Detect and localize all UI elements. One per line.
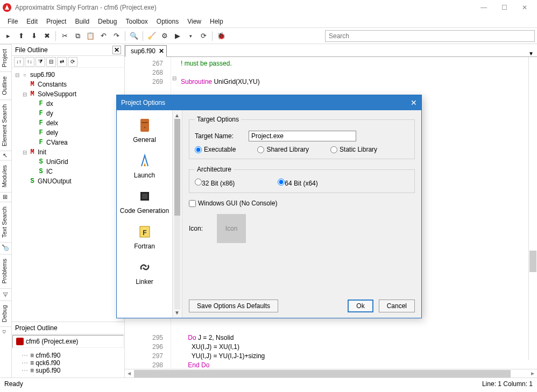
sidetab-debug[interactable]: Debug: [0, 300, 11, 326]
module-icon: M: [28, 90, 37, 98]
icon-picker[interactable]: Icon: [217, 214, 246, 243]
radio-shared-library[interactable]: Shared Library: [257, 146, 309, 153]
menu-options[interactable]: Options: [152, 16, 183, 27]
svg-rect-1: [140, 119, 149, 132]
sidetab-problems-icon[interactable]: ⚠: [0, 288, 11, 300]
radio-static-library[interactable]: Static Library: [330, 146, 377, 153]
search-input[interactable]: [325, 30, 535, 42]
menu-help[interactable]: Help: [206, 16, 228, 27]
radio-executable[interactable]: Executable: [195, 146, 236, 153]
settings-icon[interactable]: ⚙: [159, 30, 171, 42]
svg-point-3: [144, 127, 145, 129]
menu-toolbox[interactable]: Toolbox: [121, 16, 152, 27]
tree-node-solvesupport[interactable]: ⊟M SolveSupport: [14, 89, 122, 99]
delete-icon[interactable]: ✖: [41, 30, 53, 42]
scroll-down-icon[interactable]: ▼: [174, 310, 180, 316]
redo-icon[interactable]: ↷: [110, 30, 122, 42]
tree-node-dely[interactable]: F dely: [14, 128, 122, 138]
editor-horizontal-scrollbar[interactable]: ◂ ▸: [125, 369, 537, 377]
dialog-cat-fortran[interactable]: F Fortran: [117, 220, 172, 255]
open-icon[interactable]: ⬆: [15, 30, 27, 42]
dialog-close-icon[interactable]: ✕: [411, 98, 417, 107]
menu-view[interactable]: View: [183, 16, 206, 27]
project-file-0[interactable]: ⋯≡ cfm6.f90: [15, 352, 121, 359]
run-icon[interactable]: ▶: [172, 30, 183, 42]
copy-icon[interactable]: ⧉: [72, 30, 83, 42]
undo-icon[interactable]: ↶: [97, 30, 109, 42]
left-side-tabs: Project Outline Element Search ↗ Modules…: [0, 44, 12, 377]
tree-node-init[interactable]: ⊟M Init: [14, 147, 122, 157]
sidetab-problems[interactable]: Problems: [0, 254, 11, 288]
tree-node-gnuoutput[interactable]: S GNUOutput: [14, 176, 122, 186]
project-outline-project[interactable]: cfm6 (Project.exe): [12, 335, 124, 348]
project-file-1[interactable]: ⋯≡ qck6.f90: [15, 359, 121, 367]
sort-asc-icon[interactable]: ↓↑: [14, 57, 24, 67]
sidetab-text-search-icon[interactable]: 🔍: [0, 242, 11, 254]
scroll-up-icon[interactable]: ▲: [174, 112, 180, 118]
file-outline-close-icon[interactable]: ✕: [112, 46, 121, 54]
menu-bar: File Edit Project Build Debug Toolbox Op…: [0, 15, 537, 28]
filter-icon[interactable]: ⧩: [36, 57, 45, 67]
run-dropdown-icon[interactable]: ▾: [185, 30, 196, 42]
minimize-button[interactable]: —: [479, 4, 489, 11]
tree-root[interactable]: ⊟≡ sup6.f90: [14, 70, 122, 80]
menu-debug[interactable]: Debug: [94, 16, 121, 27]
title-bar: Approximatrix Simply Fortran - cfm6 (Pro…: [0, 0, 537, 15]
tree-node-dx[interactable]: F dx: [14, 99, 122, 109]
file-icon: ≡: [30, 352, 34, 359]
sidetab-project[interactable]: Project: [0, 44, 11, 72]
menu-file[interactable]: File: [3, 16, 22, 27]
close-button[interactable]: ✕: [520, 4, 529, 11]
tree-node-dy[interactable]: F dy: [14, 109, 122, 118]
sidetab-element-search-icon[interactable]: ↗: [0, 151, 11, 160]
status-right: Line: 1 Column: 1: [482, 380, 533, 388]
save-icon[interactable]: ⬇: [28, 30, 40, 42]
dialog-cat-general[interactable]: General: [117, 113, 172, 149]
paste-icon[interactable]: 📋: [84, 30, 96, 42]
dialog-title-bar[interactable]: Project Options ✕: [117, 95, 421, 110]
tab-dropdown-icon[interactable]: ▼: [528, 51, 534, 56]
tree-node-unigrid[interactable]: S UniGrid: [14, 157, 122, 167]
target-name-input[interactable]: [249, 131, 356, 141]
sort-desc-icon[interactable]: ↑↓: [25, 57, 34, 67]
checkbox-windows-gui[interactable]: Windows GUI (No Console): [189, 199, 277, 207]
menu-project[interactable]: Project: [42, 16, 70, 27]
sidetab-text-search[interactable]: Text Search: [0, 202, 11, 242]
project-file-2[interactable]: ⋯≡ sup6.f90: [15, 367, 121, 374]
sidetab-outline[interactable]: Outline: [0, 72, 11, 99]
radio-64bit[interactable]: 64 Bit (x64): [278, 179, 317, 187]
sidetab-modules-icon[interactable]: ⊞: [0, 192, 11, 202]
sidetab-modules[interactable]: Modules: [0, 160, 11, 192]
target-options-group: Target Options Target Name: Executable S…: [189, 116, 415, 159]
tab-close-icon[interactable]: ✕: [159, 47, 164, 55]
tree-node-delx[interactable]: F delx: [14, 118, 122, 128]
radio-32bit[interactable]: 32 Bit (x86): [195, 179, 235, 187]
tree-node-constants[interactable]: M Constants: [14, 80, 122, 89]
tree-node-cvarea[interactable]: F CVarea: [14, 138, 122, 147]
dialog-cat-linker[interactable]: Linker: [117, 255, 172, 291]
status-bar: Ready Line: 1 Column: 1: [0, 377, 537, 389]
menu-edit[interactable]: Edit: [22, 16, 42, 27]
save-defaults-button[interactable]: Save Options As Defaults: [189, 300, 278, 312]
dialog-category-scrollbar[interactable]: ▲ ▼: [173, 110, 182, 318]
new-file-icon[interactable]: ▸: [2, 30, 14, 42]
dialog-cat-codegen[interactable]: Code Generation: [117, 184, 172, 220]
editor-tab-sup6[interactable]: sup6.f90 ✕: [125, 45, 167, 57]
menu-build[interactable]: Build: [70, 16, 94, 27]
collapse-icon[interactable]: ⊟: [46, 57, 56, 67]
refresh-icon[interactable]: ⟳: [68, 57, 77, 67]
debug-bug-icon[interactable]: 🐞: [215, 30, 227, 42]
editor-vertical-scrollbar[interactable]: [528, 57, 537, 360]
sidetab-debug-icon[interactable]: ⌂: [0, 326, 11, 338]
cut-icon[interactable]: ✂: [59, 30, 70, 42]
sidetab-element-search[interactable]: Element Search: [0, 99, 11, 151]
ok-button[interactable]: Ok: [348, 300, 373, 312]
dialog-cat-launch[interactable]: Launch: [117, 149, 172, 184]
stop-icon[interactable]: ⟳: [197, 30, 209, 42]
tree-node-ic[interactable]: S IC: [14, 167, 122, 176]
cancel-button[interactable]: Cancel: [379, 300, 415, 312]
search-icon[interactable]: 🔍: [128, 30, 140, 42]
clean-icon[interactable]: 🧹: [146, 30, 158, 42]
link-icon[interactable]: ⇄: [57, 57, 67, 67]
maximize-button[interactable]: ☐: [499, 4, 509, 11]
